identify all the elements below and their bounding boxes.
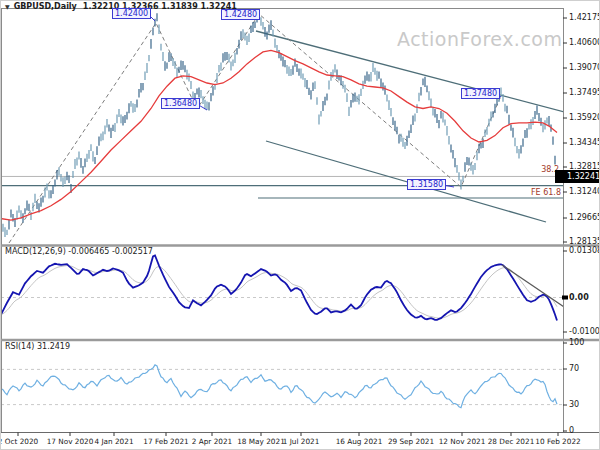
rsi-indicator-label: RSI(14) 31.2419 [5,342,70,351]
gbpusd-daily-chart: ▼GBPUSD,Daily1.32210 1.32366 1.31839 1.3… [0,0,600,450]
watermark-text: ActionForex.com [397,28,563,50]
channel-lower-line [266,141,546,222]
price-tick-label: 1.34345 [569,138,600,148]
fib-level-label: FE 61.8 [517,188,561,197]
rsi-tick-label: 100 [569,338,584,348]
price-tick-label: 1.42175 [569,13,600,23]
macd-trendline [502,265,567,309]
price-tick-label: 1.35920 [569,113,600,123]
swing-price-label: 1.36480 [161,98,200,109]
fib-level-label: 38.2 [525,165,559,174]
swing-price-label: 1.42400 [112,8,151,19]
rsi-panel-plot [1,365,563,408]
chevron-down-icon[interactable]: ▼ [5,3,10,10]
date-tick-label: 10 Feb 2022 [530,437,586,447]
swing-price-label: 1.37480 [461,88,500,99]
price-tick-label: 1.40600 [569,38,600,48]
rsi-tick-label: 0 [569,426,574,436]
macd-tick-label: 0.00 [569,293,589,303]
swing-price-label: 1.31580 [407,179,446,190]
macd-tick-label: -0.01003 [569,327,600,337]
date-tick-label: 1 Jul 2021 [273,437,329,447]
date-tick-label: 2 Oct 2020 [0,437,46,447]
rsi-line [1,365,557,408]
chart-canvas [1,1,600,450]
price-tick-label: 1.29665 [569,213,600,223]
swing-price-label: 1.42480 [221,9,260,20]
macd-panel-plot [1,255,567,320]
price-tick-label: 1.39070 [569,63,600,73]
macd-main-line [1,255,557,320]
macd-signal-line [1,266,557,319]
rsi-tick-label: 70 [569,364,579,374]
price-tick-label: 1.31240 [569,187,600,197]
macd-indicator-label: MACD(12,26,9) -0.006465 -0.002517 [5,247,153,256]
date-tick-label: 16 Aug 2021 [331,437,387,447]
date-tick-label: 29 Sep 2021 [383,437,439,447]
rsi-tick-label: 30 [569,400,579,410]
date-tick-label: 2 Apr 2021 [184,437,240,447]
symbol-timeframe-label: GBPUSD,Daily [14,2,77,11]
macd-tick-label: 0.013083 [569,246,600,256]
ohlc-values: 1.32210 1.32366 1.31839 1.32241 [83,2,237,11]
date-tick-label: 12 Nov 2021 [434,437,490,447]
macd-zero-axis-marker [562,296,568,300]
red-moving-average-line [1,50,557,220]
current-price-badge: 1.32241 [555,170,600,183]
price-tick-label: 1.37495 [569,88,600,98]
date-tick-label: 4 Jan 2021 [86,437,142,447]
